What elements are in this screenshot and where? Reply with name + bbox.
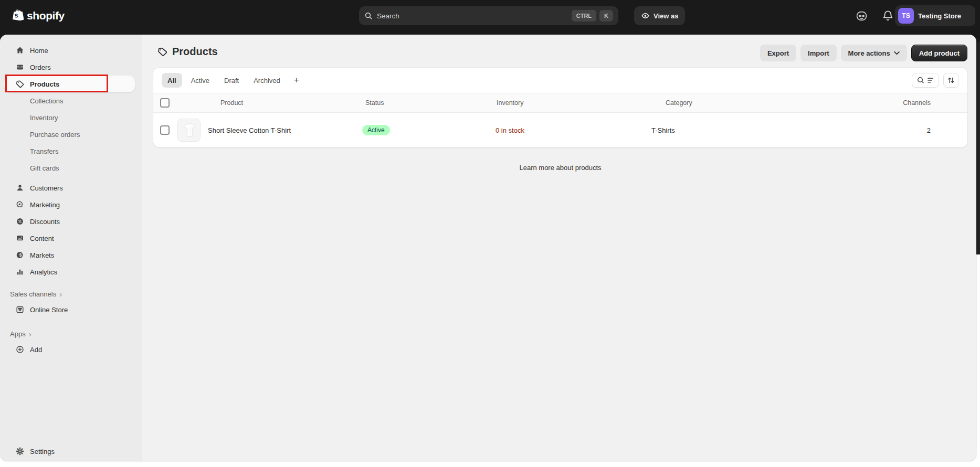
analytics-icon [15,268,24,276]
sidebar: Home Orders Products [0,35,142,461]
row-checkbox[interactable] [160,125,170,135]
tag-icon [157,47,167,57]
search-input[interactable]: Search CTRL K [359,6,618,25]
column-header-category: Category [641,99,825,107]
tab-all[interactable]: All [162,73,182,88]
customers-icon [15,184,24,192]
eye-icon [641,12,650,20]
chevron-down-icon [894,51,900,55]
sidebar-item-purchase-orders[interactable]: Purchase orders [0,126,142,143]
search-icon [364,12,373,20]
tag-icon [15,80,24,88]
search-shortcut: CTRL K [568,10,613,22]
store-name: Testing Store [918,12,961,20]
sidebar-nav: Home Orders Products [0,35,142,358]
status-badge: Active [362,125,390,135]
kbd-ctrl: CTRL [572,10,596,22]
column-header-status: Status [358,99,489,107]
app-root: S shopify Search CTRL K [0,0,980,467]
sidebar-item-markets[interactable]: $ Markets [0,247,142,263]
column-header-inventory: Inventory [489,99,641,107]
sidebar-item-gift-cards[interactable]: Gift cards [0,160,142,176]
marketing-icon [15,200,24,209]
page-title: Products [172,46,218,58]
add-circle-icon [15,345,24,354]
sidebar-item-orders[interactable]: Orders [0,59,142,76]
sidekick-icon [855,9,868,23]
avatar: TS [898,8,914,24]
sort-button[interactable] [943,73,959,88]
sidebar-item-home[interactable]: Home [0,42,142,59]
sidebar-item-add-app[interactable]: Add [0,341,142,358]
sidebar-item-online-store[interactable]: Online Store [0,301,142,318]
search-filter-icon [916,76,934,84]
sidebar-item-customers[interactable]: Customers [0,179,142,196]
home-icon [15,46,24,55]
sidebar-item-products[interactable]: Products [4,76,135,92]
add-product-button[interactable]: Add product [911,45,967,61]
channels-value: 2 [825,126,967,134]
markets-icon: $ [15,251,24,259]
product-thumbnail [177,119,201,142]
app-frame: Home Orders Products [0,35,976,461]
search-placeholder: Search [377,12,399,20]
tab-draft[interactable]: Draft [218,73,245,88]
table-tools [912,73,959,88]
tab-archived[interactable]: Archived [248,73,286,88]
select-all-checkbox[interactable] [160,98,170,108]
online-store-icon [15,305,24,314]
notifications-button[interactable] [881,9,894,23]
kbd-k: K [599,10,613,22]
inventory-value: 0 in stock [489,126,641,134]
discounts-icon [15,217,24,226]
import-button[interactable]: Import [800,45,836,61]
chevron-right-icon: › [29,330,31,338]
tabs-row: All Active Draft Archived + [153,68,967,93]
column-header-channels: Channels [825,99,967,107]
table-header-row: Product Status Inventory Category Channe… [153,93,967,113]
more-actions-button[interactable]: More actions [841,45,907,61]
view-as-label: View as [654,12,678,20]
add-view-button[interactable]: + [289,73,304,88]
sidebar-item-analytics[interactable]: Analytics [0,263,142,280]
table-row[interactable]: Short Sleeve Cotton T-Shirt Active 0 in … [153,113,967,147]
sidebar-item-collections[interactable]: Collections [0,92,142,109]
scrollbar-thumb[interactable] [976,42,980,254]
view-as-button[interactable]: View as [634,6,685,25]
products-card: All Active Draft Archived + [153,68,967,147]
bell-icon [882,10,894,22]
column-header-product: Product [176,99,358,107]
export-button[interactable]: Export [760,45,796,61]
sidekick-button[interactable] [855,9,868,23]
sidebar-item-discounts[interactable]: Discounts [0,213,142,230]
shopify-logo[interactable]: S shopify [10,6,65,25]
tab-active[interactable]: Active [185,73,215,88]
page-header: Products [157,46,218,58]
page-actions: Export Import More actions Add product [760,45,967,61]
sales-channels-header[interactable]: Sales channels › [0,286,142,301]
account-button[interactable]: TS Testing Store [895,5,975,26]
sidebar-item-inventory[interactable]: Inventory [0,109,142,126]
sort-arrows-icon [947,76,955,84]
main-content: Products Export Import More actions Add … [142,35,976,461]
search-filter-button[interactable] [912,73,939,88]
orders-icon [15,63,24,71]
plus-icon: + [294,75,299,86]
apps-header[interactable]: Apps › [0,326,142,341]
shopify-wordmark: shopify [27,9,65,22]
chevron-right-icon: › [59,290,62,298]
shopify-bag-icon: S [10,8,24,23]
category-value: T-Shirts [641,126,825,134]
gear-icon [15,447,24,455]
sidebar-item-transfers[interactable]: Transfers [0,143,142,160]
learn-more-link: Learn more about products [153,164,967,172]
sidebar-item-marketing[interactable]: Marketing [0,196,142,213]
sidebar-item-settings[interactable]: Settings [0,443,142,460]
content-icon [15,234,24,242]
sidebar-item-content[interactable]: Content [0,230,142,247]
product-title[interactable]: Short Sleeve Cotton T-Shirt [208,126,291,134]
svg-text:$: $ [19,252,22,258]
